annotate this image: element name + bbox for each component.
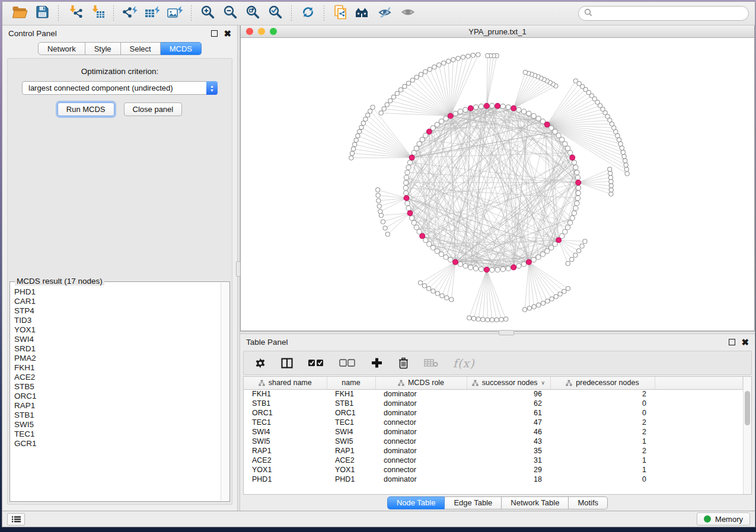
close-panel-button[interactable]: Close panel [124, 102, 183, 116]
table-cell: SWI5 [244, 437, 327, 446]
float-panel-icon[interactable] [211, 30, 218, 37]
column-header-predecessor-nodes[interactable]: predecessor nodes [550, 377, 655, 389]
table-row[interactable]: TEC1TEC1connector472 [244, 418, 743, 427]
table-cell: 61 [467, 408, 550, 418]
table-row[interactable]: ORC1ORC1dominator610 [244, 408, 743, 418]
float-panel-icon[interactable] [729, 339, 735, 345]
tab-mcds[interactable]: MCDS [161, 42, 202, 55]
mcds-result-item[interactable]: SWI4 [14, 335, 221, 344]
show-all-icon [400, 5, 416, 21]
mcds-list-scrollbar[interactable] [221, 283, 229, 501]
show-all-button[interactable] [397, 4, 419, 23]
toolbar-separator [191, 5, 192, 22]
tab-node-table[interactable]: Node Table [387, 496, 445, 509]
toolbar-separator [324, 5, 324, 22]
tab-network-table[interactable]: Network Table [502, 496, 569, 509]
table-row[interactable]: SWI5SWI5connector431 [244, 437, 743, 446]
column-header-successor-nodes[interactable]: successor nodes∨ [467, 377, 550, 389]
plus-icon [371, 357, 382, 368]
zoom-in-icon [200, 5, 215, 22]
node-table-container: shared namenameMCDS rolesuccessor nodes∨… [243, 376, 752, 495]
table-row[interactable]: FKH1FKH1dominator962 [244, 389, 743, 399]
network-graph[interactable] [241, 38, 754, 331]
select-all-button[interactable] [308, 359, 324, 367]
table-cell: SWI5 [327, 437, 375, 446]
close-panel-icon[interactable]: ✖ [224, 30, 231, 37]
export-image-button[interactable] [164, 4, 186, 23]
zoom-fit-button[interactable] [241, 4, 264, 23]
table-cell: dominator [375, 408, 467, 418]
column-header-MCDS-role[interactable]: MCDS role [375, 377, 467, 389]
network-canvas[interactable] [241, 38, 754, 331]
mcds-result-item[interactable]: PHD1 [14, 287, 221, 297]
zoom-selected-button[interactable] [264, 4, 286, 23]
table-settings-button[interactable] [254, 357, 266, 369]
delete-columns-button[interactable] [397, 357, 409, 369]
export-network-button[interactable] [119, 4, 141, 23]
add-column-button[interactable] [371, 357, 382, 368]
table-cell: STB1 [244, 399, 327, 408]
mcds-result-item[interactable]: SWI5 [14, 420, 221, 430]
table-row[interactable]: ACE2ACE2connector311 [244, 456, 743, 465]
zoom-in-button[interactable] [196, 4, 219, 23]
mcds-result-item[interactable]: FKH1 [14, 363, 221, 373]
mcds-result-item[interactable]: CAR1 [14, 297, 221, 306]
export-table-button[interactable] [141, 4, 164, 23]
search-input[interactable] [596, 9, 743, 18]
mcds-result-item[interactable]: GCR1 [14, 439, 221, 448]
table-row[interactable]: SWI4SWI4dominator462 [244, 427, 743, 437]
task-history-button[interactable] [7, 513, 25, 525]
mcds-result-item[interactable]: YOX1 [14, 325, 221, 335]
table-row[interactable]: YOX1YOX1connector291 [244, 465, 743, 475]
tab-style[interactable]: Style [85, 42, 121, 55]
splitter-grip[interactable] [499, 330, 514, 335]
hide-selected-button[interactable] [374, 4, 397, 23]
table-row[interactable]: RAP1RAP1dominator352 [244, 446, 743, 456]
mcds-result-item[interactable]: ORC1 [14, 392, 221, 401]
import-network-button[interactable] [63, 4, 86, 23]
control-panel: Control Panel ✖ NetworkStyleSelectMCDS O… [2, 25, 237, 511]
new-network-from-selection-icon [333, 5, 348, 23]
mcds-result-item[interactable]: TEC1 [14, 430, 221, 439]
deselect-all-button[interactable] [339, 359, 356, 367]
refresh-view-button[interactable] [296, 4, 319, 23]
table-row[interactable]: STB1STB1dominator620 [244, 399, 743, 408]
table-row[interactable]: PHD1PHD1dominator180 [244, 475, 743, 484]
mcds-result-item[interactable]: TID3 [14, 316, 221, 325]
close-panel-icon[interactable]: ✖ [741, 339, 749, 345]
tab-select[interactable]: Select [121, 42, 161, 55]
new-network-from-selection-button[interactable] [329, 4, 352, 23]
mcds-result-item[interactable]: STB5 [14, 382, 221, 392]
table-scrollbar-thumb[interactable] [745, 391, 750, 425]
tab-edge-table[interactable]: Edge Table [445, 496, 502, 509]
run-mcds-button[interactable]: Run MCDS [58, 102, 114, 116]
delete-table-button[interactable] [424, 358, 438, 367]
control-panel-title: Control Panel [8, 29, 57, 38]
tab-network[interactable]: Network [38, 42, 85, 55]
open-file-button[interactable] [8, 4, 31, 23]
mcds-result-item[interactable]: PMA2 [14, 354, 221, 363]
mcds-result-item[interactable]: ACE2 [14, 373, 221, 382]
import-table-icon [90, 5, 106, 22]
zoom-out-button[interactable] [219, 4, 241, 23]
criterion-select[interactable]: largest connected component (undirected)… [22, 81, 218, 95]
column-header-name[interactable]: name [327, 377, 375, 389]
memory-button[interactable]: Memory [697, 512, 750, 525]
search-box[interactable] [578, 6, 749, 21]
show-column-panel-button[interactable] [281, 358, 293, 368]
mcds-result-item[interactable]: STB1 [14, 411, 221, 420]
column-header-shared-name[interactable]: shared name [244, 377, 327, 389]
mcds-result-item[interactable]: SRD1 [14, 344, 221, 354]
tab-motifs[interactable]: Motifs [569, 496, 608, 509]
table-panel: Table Panel ✖ [240, 334, 755, 511]
mcds-result-item[interactable]: RAP1 [14, 401, 221, 411]
network-window-titlebar[interactable]: YPA_prune.txt_1 [241, 25, 754, 38]
mcds-result-item[interactable]: STP4 [14, 306, 221, 316]
table-scrollbar[interactable] [743, 377, 751, 494]
import-table-button[interactable] [86, 4, 109, 23]
first-neighbors-button[interactable] [352, 4, 374, 23]
save-session-button[interactable] [31, 4, 53, 23]
horizontal-splitter[interactable] [240, 331, 755, 334]
table-cell: 1 [550, 465, 655, 475]
function-builder-button[interactable]: f(x) [453, 357, 475, 370]
